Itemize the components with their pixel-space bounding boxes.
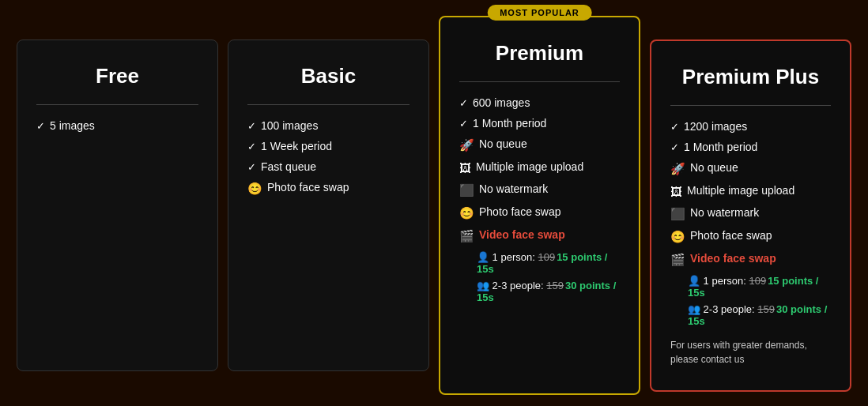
most-popular-badge: MOST POPULAR bbox=[487, 5, 592, 21]
person-icon: 👥 bbox=[477, 280, 489, 291]
feature-item: 🎬Video face swap bbox=[670, 252, 831, 267]
feature-item: ✓600 images bbox=[459, 96, 620, 109]
feature-text: No queue bbox=[690, 161, 738, 174]
feature-text: 1 Week period bbox=[261, 140, 332, 152]
sub-feature: 👥 2-3 people: 15930 points / 15s bbox=[477, 280, 620, 303]
sub-feature: 👤 1 person: 10915 points / 15s bbox=[477, 251, 620, 275]
feature-text: No queue bbox=[479, 137, 527, 150]
watermark-icon: ⬛ bbox=[459, 183, 474, 197]
plan-card-basic: Basic✓100 images✓1 Week period✓Fast queu… bbox=[228, 39, 429, 371]
check-icon: ✓ bbox=[36, 120, 45, 132]
watermark-icon: ⬛ bbox=[670, 207, 685, 221]
face-icon: 😊 bbox=[459, 206, 474, 220]
feature-text: No watermark bbox=[690, 206, 759, 219]
original-price: 159 bbox=[757, 303, 775, 315]
plan-card-premium: MOST POPULARPremium✓600 images✓1 Month p… bbox=[439, 16, 640, 395]
contact-note: For users with greater demands, please c… bbox=[670, 338, 831, 367]
feature-item: ✓100 images bbox=[247, 119, 409, 132]
person-icon: 👤 bbox=[688, 275, 700, 287]
plans-container: Free✓5 imagesBasic✓100 images✓1 Week per… bbox=[8, 16, 860, 395]
feature-list-premium-plus: ✓1200 images✓1 Month periodNo queue🖼Mult… bbox=[670, 120, 831, 327]
video-swap-label: Video face swap bbox=[690, 252, 776, 265]
feature-item: 🖼Multiple image upload bbox=[670, 184, 831, 198]
feature-text: 5 images bbox=[50, 119, 95, 132]
feature-list-free: ✓5 images bbox=[36, 119, 198, 132]
rocket-icon bbox=[459, 138, 474, 152]
feature-text: 1200 images bbox=[684, 120, 747, 133]
feature-item: ⬛No watermark bbox=[459, 182, 620, 197]
feature-item: 😊Photo face swap bbox=[247, 181, 409, 196]
video-face-icon: 🎬 bbox=[459, 229, 474, 243]
feature-text: Photo face swap bbox=[690, 229, 772, 242]
check-icon: ✓ bbox=[670, 121, 679, 133]
feature-text: Photo face swap bbox=[479, 205, 561, 218]
feature-text: 1 Month period bbox=[473, 117, 546, 130]
sub-feature: 👥 2-3 people: 15930 points / 15s bbox=[688, 303, 831, 327]
plan-title-premium-plus: Premium Plus bbox=[670, 65, 831, 89]
check-icon: ✓ bbox=[459, 97, 468, 109]
multi-image-icon: 🖼 bbox=[670, 185, 682, 198]
check-icon: ✓ bbox=[247, 161, 256, 173]
original-price: 109 bbox=[538, 251, 555, 263]
feature-item: ✓1 Month period bbox=[670, 141, 831, 153]
feature-text: 600 images bbox=[473, 96, 530, 109]
plan-card-premium-plus: Premium Plus✓1200 images✓1 Month periodN… bbox=[650, 39, 851, 392]
check-icon: ✓ bbox=[459, 118, 468, 130]
feature-text: Photo face swap bbox=[267, 181, 349, 194]
feature-item: No queue bbox=[670, 161, 831, 176]
feature-list-basic: ✓100 images✓1 Week period✓Fast queue😊Pho… bbox=[247, 119, 409, 196]
face-icon: 😊 bbox=[670, 230, 685, 244]
feature-text: 1 Month period bbox=[684, 141, 757, 153]
original-price: 109 bbox=[749, 275, 766, 287]
feature-item: 🖼Multiple image upload bbox=[459, 160, 620, 175]
check-icon: ✓ bbox=[247, 141, 256, 152]
face-icon: 😊 bbox=[247, 182, 262, 196]
plan-title-basic: Basic bbox=[247, 64, 409, 88]
rocket-icon bbox=[670, 162, 685, 176]
feature-item: ✓1200 images bbox=[670, 120, 831, 133]
person-icon: 👤 bbox=[477, 251, 489, 263]
feature-text: 100 images bbox=[261, 119, 318, 132]
feature-text: Fast queue bbox=[261, 160, 316, 173]
original-price: 159 bbox=[546, 280, 564, 291]
plan-title-premium: Premium bbox=[459, 41, 620, 66]
feature-item: 🎬Video face swap bbox=[459, 228, 620, 243]
plan-card-free: Free✓5 images bbox=[17, 39, 218, 371]
feature-item: No queue bbox=[459, 137, 620, 152]
multi-image-icon: 🖼 bbox=[459, 161, 471, 175]
check-icon: ✓ bbox=[670, 141, 679, 153]
feature-list-premium: ✓600 images✓1 Month periodNo queue🖼Multi… bbox=[459, 96, 620, 303]
feature-item: 😊Photo face swap bbox=[459, 205, 620, 220]
feature-text: Multiple image upload bbox=[687, 184, 794, 197]
feature-item: ✓5 images bbox=[36, 119, 198, 132]
feature-item: 😊Photo face swap bbox=[670, 229, 831, 244]
check-icon: ✓ bbox=[247, 120, 256, 132]
video-face-icon: 🎬 bbox=[670, 253, 685, 267]
sub-feature: 👤 1 person: 10915 points / 15s bbox=[688, 275, 831, 299]
feature-text: No watermark bbox=[479, 182, 548, 195]
plan-title-free: Free bbox=[36, 64, 198, 88]
feature-item: ⬛No watermark bbox=[670, 206, 831, 221]
person-icon: 👥 bbox=[688, 303, 700, 315]
feature-text: Multiple image upload bbox=[476, 160, 583, 173]
feature-item: ✓1 Month period bbox=[459, 117, 620, 130]
feature-item: ✓1 Week period bbox=[247, 140, 409, 152]
video-swap-label: Video face swap bbox=[479, 228, 565, 241]
feature-item: ✓Fast queue bbox=[247, 160, 409, 173]
